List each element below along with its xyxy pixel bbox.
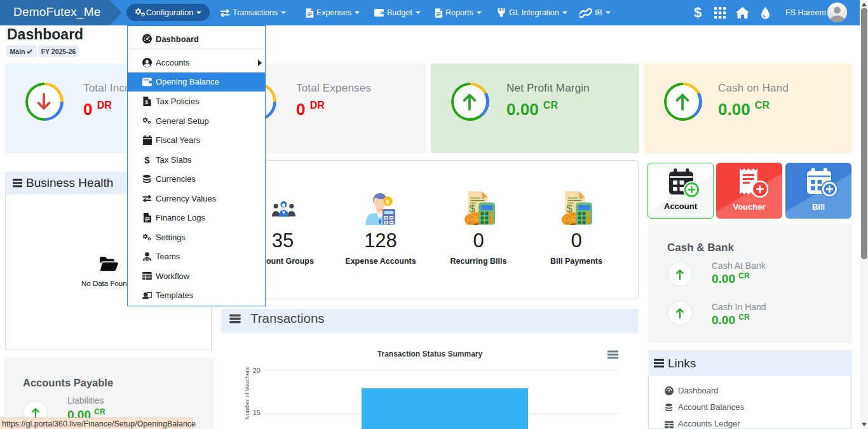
svg-text:$: $ bbox=[565, 216, 569, 224]
svg-text:$: $ bbox=[468, 216, 471, 224]
svg-text:$: $ bbox=[145, 99, 148, 106]
svg-text:$: $ bbox=[386, 198, 390, 205]
